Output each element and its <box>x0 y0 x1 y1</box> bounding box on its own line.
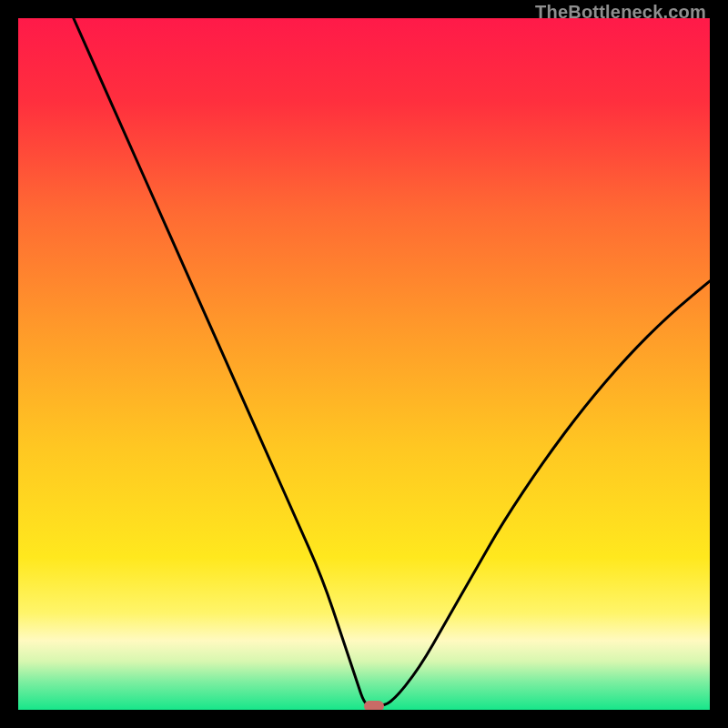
minimum-marker <box>364 701 384 710</box>
watermark-text: TheBottleneck.com <box>535 2 706 23</box>
